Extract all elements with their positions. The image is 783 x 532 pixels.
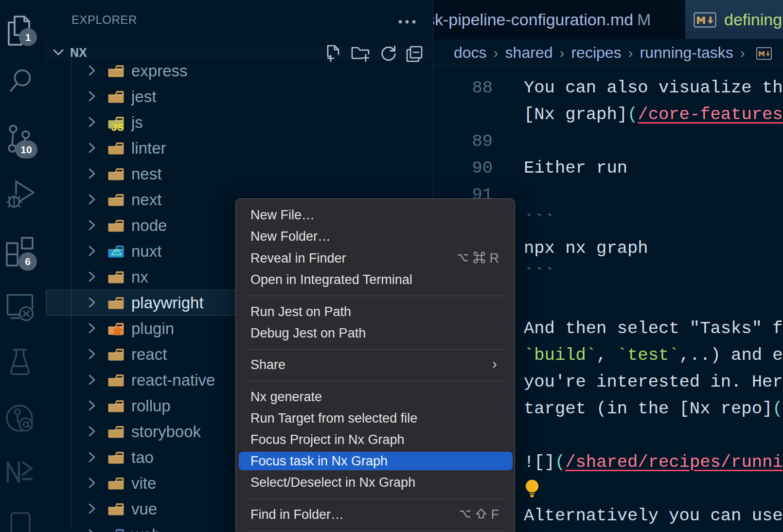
svg-text:JS: JS xyxy=(111,122,124,133)
